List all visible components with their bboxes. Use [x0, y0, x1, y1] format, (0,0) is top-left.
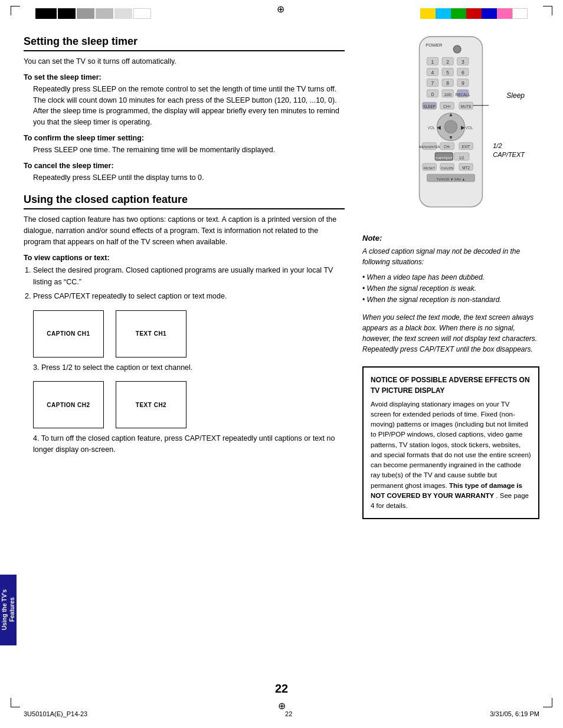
- step4-text: 4. To turn off the closed caption featur…: [33, 433, 345, 455]
- page-number: 22: [275, 682, 288, 696]
- note-title: Note:: [362, 234, 539, 242]
- bar-gray1: [77, 8, 94, 19]
- closed-caption-title: Using the closed caption feature: [24, 194, 345, 209]
- confirm-sleep-heading: To confirm the sleep timer setting:: [24, 134, 345, 142]
- sidebar-tab-text: Using the TV'sFeatures: [1, 589, 16, 630]
- color-yellow: [420, 8, 436, 19]
- svg-text:VOL: VOL: [466, 126, 473, 130]
- color-blue: [482, 8, 497, 19]
- corner-mark-tr: [543, 6, 552, 15]
- top-registration-bars: [35, 8, 151, 19]
- text-ch2-label: TEXT CH2: [136, 402, 166, 408]
- closed-caption-intro: The closed caption feature has two optio…: [24, 214, 345, 247]
- svg-text:0: 0: [431, 91, 434, 97]
- corner-mark-tl: [11, 6, 20, 15]
- svg-text:▼: ▼: [449, 135, 453, 140]
- svg-text:CH+: CH+: [443, 104, 451, 109]
- svg-text:5: 5: [446, 70, 449, 76]
- svg-text:9: 9: [461, 80, 464, 86]
- caption-ch2-label: CAPTION CH2: [47, 402, 90, 408]
- sleep-timer-intro: You can set the TV so it turns off autom…: [24, 56, 345, 67]
- color-green: [451, 8, 466, 19]
- closed-caption-section: Using the closed caption feature The clo…: [24, 194, 345, 455]
- svg-text:100: 100: [444, 92, 451, 97]
- svg-text:RECALL: RECALL: [456, 93, 470, 97]
- svg-text:7: 7: [431, 80, 434, 86]
- svg-text:▶: ▶: [461, 124, 465, 130]
- svg-text:8: 8: [446, 80, 449, 86]
- note-bullet-3: When the signal reception is non-standar…: [362, 294, 539, 306]
- color-pink: [497, 8, 512, 19]
- set-sleep-heading: To set the sleep timer:: [24, 73, 345, 81]
- cap-text-line2: CAP/TEXT: [493, 151, 525, 158]
- caption-ch2-box: CAPTION CH2: [33, 381, 104, 428]
- svg-point-2: [453, 45, 461, 53]
- svg-text:2: 2: [446, 59, 449, 65]
- svg-text:RESET: RESET: [424, 166, 436, 170]
- top-color-bar: [420, 8, 528, 19]
- view-captions-heading: To view captions or text:: [24, 254, 345, 262]
- svg-text:POWER: POWER: [425, 42, 443, 48]
- cancel-sleep-body: Repeatedly press SLEEP until the display…: [33, 172, 345, 183]
- cancel-sleep-heading: To cancel the sleep timer:: [24, 162, 345, 170]
- svg-text:MT2: MT2: [462, 166, 470, 170]
- main-content: Setting the sleep timer You can set the …: [24, 35, 539, 693]
- cap-text-label: 1/2 CAP/TEXT: [493, 142, 525, 160]
- crosshair-top-icon: [277, 4, 286, 13]
- left-column: Setting the sleep timer You can set the …: [24, 35, 351, 693]
- note-italic-text: When you select the text mode, the text …: [362, 312, 539, 355]
- remote-control-image: POWER 1 2 3 4 5 6 7 8 9: [392, 35, 510, 218]
- sidebar-tab: Using the TV'sFeatures: [0, 575, 17, 645]
- color-white: [512, 8, 528, 19]
- svg-text:6: 6: [461, 70, 464, 76]
- svg-text:MUTE: MUTE: [461, 104, 472, 109]
- sleep-timer-title: Setting the sleep timer: [24, 35, 345, 51]
- svg-text:CAP/TEXT: CAP/TEXT: [436, 156, 453, 160]
- step1: Select the desired program. Closed capti…: [33, 264, 345, 288]
- svg-text:EXIT: EXIT: [462, 145, 470, 149]
- caption-boxes-row2: CAPTION CH2 TEXT CH2: [33, 381, 345, 428]
- sleep-label: Sleep: [506, 91, 525, 100]
- cap-text-line1: 1/2: [493, 142, 502, 149]
- svg-text:SLEEP: SLEEP: [423, 104, 436, 109]
- svg-text:3: 3: [461, 59, 464, 65]
- caption-boxes-row1: CAPTION CH1 TEXT CH1: [33, 310, 345, 358]
- color-cyan: [436, 8, 451, 19]
- svg-text:1/2: 1/2: [459, 156, 464, 160]
- svg-text:◀: ◀: [437, 124, 441, 130]
- bar-black2: [58, 8, 76, 19]
- note-bullet-2: When the signal reception is weak.: [362, 283, 539, 294]
- text-ch2-box: TEXT CH2: [116, 381, 186, 428]
- footer-right: 3/31/05, 6:19 PM: [490, 710, 539, 717]
- svg-text:▲: ▲: [449, 112, 453, 117]
- corner-mark-bl: [11, 698, 20, 707]
- caption-ch1-label: CAPTION CH1: [47, 330, 90, 337]
- confirm-sleep-body: Press SLEEP one time. The remaining time…: [33, 145, 345, 156]
- bar-white: [133, 8, 151, 19]
- right-column: POWER 1 2 3 4 5 6 7 8 9: [362, 35, 539, 693]
- text-ch1-box: TEXT CH1: [116, 310, 186, 358]
- text-ch1-label: TEXT CH1: [136, 330, 166, 337]
- warning-title: NOTICE OF POSSIBLE ADVERSE EFFECTS ON TV…: [371, 375, 531, 396]
- corner-mark-br: [543, 698, 552, 707]
- color-red: [466, 8, 482, 19]
- note-bullets: When a video tape has been dubbed. When …: [362, 272, 539, 306]
- svg-text:CH-: CH-: [444, 145, 450, 149]
- svg-text:1: 1: [431, 59, 434, 65]
- step3-text: 3. Press 1/2 to select the caption or te…: [33, 362, 345, 373]
- bar-gray3: [114, 8, 132, 19]
- note-bullet-1: When a video tape has been dubbed.: [362, 272, 539, 283]
- sleep-timer-section: Setting the sleep timer You can set the …: [24, 35, 345, 183]
- svg-text:4: 4: [431, 70, 434, 76]
- note-intro: A closed caption signal may not be decod…: [362, 246, 539, 267]
- bar-black1: [35, 8, 57, 19]
- footer-left: 3U50101A(E)_P14-23: [24, 710, 87, 717]
- bottom-bar: 3U50101A(E)_P14-23 22 3/31/05, 6:19 PM: [24, 710, 539, 717]
- footer-center: 22: [285, 710, 292, 717]
- svg-text:CH1/2N: CH1/2N: [441, 166, 453, 170]
- note-section: Note: A closed caption signal may not be…: [362, 234, 539, 355]
- warning-body: Avoid displaying stationary images on yo…: [371, 401, 531, 489]
- caption-steps: Select the desired program. Closed capti…: [33, 264, 345, 302]
- warning-box: NOTICE OF POSSIBLE ADVERSE EFFECTS ON TV…: [362, 366, 539, 520]
- step2: Press CAP/TEXT repeatedly to select capt…: [33, 290, 345, 302]
